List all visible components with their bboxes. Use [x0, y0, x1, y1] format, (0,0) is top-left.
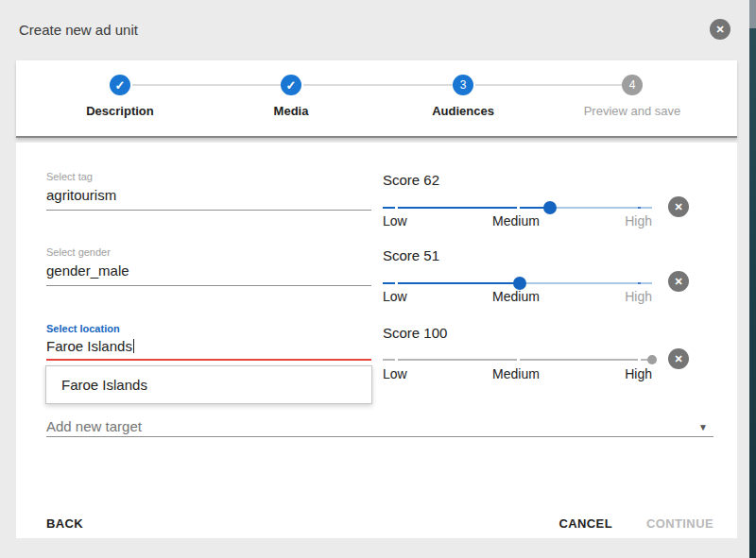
step-number: 3 [460, 78, 467, 92]
scale-high: High [625, 366, 652, 381]
scale-low: Low [383, 289, 407, 304]
location-field-underline [46, 359, 371, 361]
location-score-label: Score 100 [383, 325, 447, 341]
scale-medium: Medium [492, 366, 540, 381]
scale-low: Low [383, 213, 407, 228]
page-edge-strip [749, 0, 756, 558]
tag-score-label: Score 62 [383, 172, 439, 188]
dialog-close-button[interactable]: ✕ [710, 19, 730, 40]
slider-tick [638, 282, 641, 284]
gender-field-input[interactable]: gender_male [46, 262, 129, 279]
location-field-input[interactable]: Faroe Islands [46, 338, 134, 354]
location-slider-scale: Low Medium High [383, 366, 652, 381]
step-number: 4 [629, 78, 636, 92]
slider-tick [517, 359, 520, 361]
close-icon: ✕ [674, 276, 682, 288]
step-label-description[interactable]: Description [44, 104, 196, 118]
step-connector [475, 84, 622, 86]
gender-slider-scale: Low Medium High [383, 289, 652, 304]
location-score-slider[interactable] [383, 359, 652, 361]
close-icon: ✕ [674, 353, 682, 365]
scale-low: Low [383, 366, 407, 381]
step-indicator-media[interactable]: ✓ [281, 75, 301, 95]
location-field-label: Select location [46, 323, 120, 334]
tag-field-underline [46, 210, 371, 211]
text-cursor [133, 339, 134, 353]
back-button[interactable]: BACK [46, 516, 83, 531]
chevron-down-icon: ▼ [698, 422, 708, 432]
scale-high: High [625, 289, 652, 304]
scale-medium: Medium [492, 213, 540, 228]
close-icon: ✕ [715, 24, 724, 36]
step-label-media[interactable]: Media [215, 104, 367, 118]
step-connector [132, 84, 281, 86]
add-new-target-select[interactable]: Add new target [46, 418, 142, 434]
scale-high: High [625, 213, 652, 228]
slider-tick [395, 359, 398, 361]
slider-fill [383, 207, 550, 209]
continue-button[interactable]: CONTINUE [646, 516, 713, 531]
remove-tag-target-button[interactable]: ✕ [668, 196, 689, 217]
slider-tick [638, 359, 641, 361]
autocomplete-panel: Faroe Islands [45, 365, 372, 404]
dialog-title: Create new ad unit [19, 22, 138, 38]
gender-field-underline [46, 285, 371, 286]
remove-location-target-button[interactable]: ✕ [668, 348, 689, 369]
slider-tick [395, 282, 398, 284]
autocomplete-option[interactable]: Faroe Islands [61, 377, 147, 393]
tag-field-input[interactable]: agritourism [46, 187, 116, 203]
step-indicator-preview[interactable]: 4 [622, 75, 643, 95]
tag-score-slider[interactable] [383, 207, 652, 209]
scale-medium: Medium [492, 289, 540, 304]
step-indicator-description[interactable]: ✓ [110, 75, 130, 95]
step-indicator-audiences[interactable]: 3 [453, 75, 473, 95]
remove-gender-target-button[interactable]: ✕ [668, 271, 689, 292]
step-label-audiences[interactable]: Audiences [387, 104, 539, 118]
add-target-underline [46, 436, 713, 437]
check-icon: ✓ [286, 78, 297, 93]
slider-fill [383, 282, 520, 284]
stepper: ✓ ✓ 3 4 Description Media Audiences Prev… [16, 60, 737, 138]
cancel-button[interactable]: CANCEL [558, 516, 612, 531]
audiences-panel: Select tag agritourism Score 62 Low Medi… [16, 143, 737, 538]
gender-score-label: Score 51 [383, 247, 439, 263]
slider-tick [395, 207, 398, 209]
close-icon: ✕ [674, 201, 682, 213]
gender-score-slider[interactable] [383, 282, 652, 284]
tag-slider-scale: Low Medium High [383, 213, 652, 228]
check-icon: ✓ [115, 78, 126, 93]
slider-tick [638, 207, 641, 209]
slider-thumb[interactable] [513, 277, 526, 290]
step-connector [303, 84, 453, 86]
slider-thumb[interactable] [647, 355, 657, 364]
tag-field-label: Select tag [46, 171, 93, 182]
step-label-preview[interactable]: Preview and save [557, 104, 708, 118]
slider-thumb[interactable] [543, 201, 557, 214]
slider-tick [517, 207, 520, 209]
gender-field-label: Select gender [46, 246, 111, 258]
